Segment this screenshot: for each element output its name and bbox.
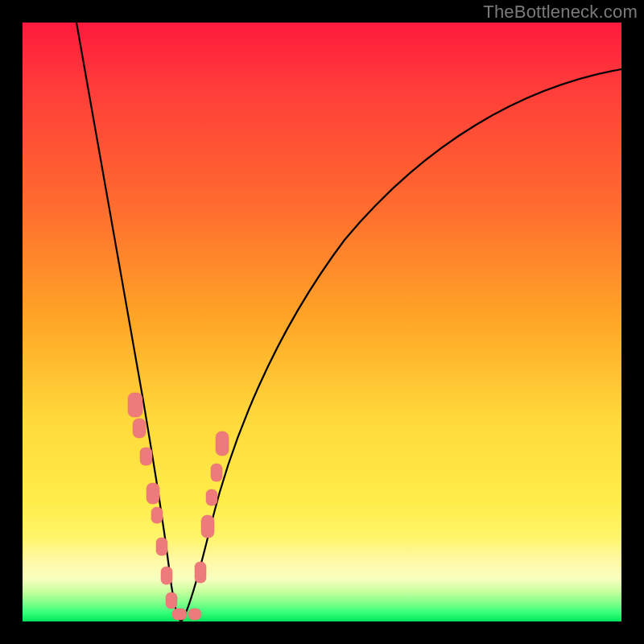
marker [133, 419, 146, 438]
watermark-text: TheBottleneck.com [483, 2, 638, 23]
marker [147, 483, 159, 504]
marker [216, 431, 229, 456]
marker [151, 507, 163, 523]
marker-group [128, 393, 229, 620]
marker [166, 592, 177, 609]
marker [156, 538, 167, 555]
marker [172, 609, 187, 620]
marker [188, 609, 201, 620]
chart-svg [23, 23, 621, 621]
marker [140, 448, 152, 465]
chart-frame: TheBottleneck.com [0, 0, 644, 644]
marker [206, 489, 217, 506]
marker [161, 567, 172, 584]
marker [195, 562, 206, 583]
chart-plot-area [23, 23, 621, 621]
marker [211, 464, 222, 481]
curve-right-branch [181, 69, 621, 621]
curve-left-branch [76, 23, 181, 621]
marker [201, 515, 214, 538]
marker [128, 393, 142, 417]
